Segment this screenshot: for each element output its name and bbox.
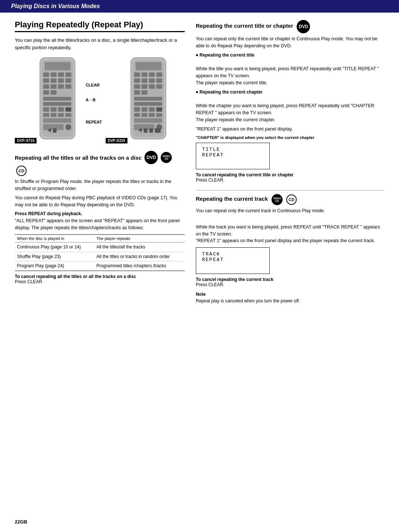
- clear-label: CLEAR: [86, 83, 102, 87]
- table-cell-disc: Shuffle Play (page 23): [15, 252, 94, 261]
- svg-rect-36: [141, 72, 147, 77]
- track-repeat-display: TRACK REPEAT: [196, 247, 270, 274]
- cancel-track-note: To cancel repeating the current track Pr…: [196, 277, 384, 287]
- svg-rect-7: [43, 78, 49, 83]
- svg-rect-50: [134, 102, 162, 106]
- svg-rect-35: [134, 72, 140, 77]
- current-track-heading: Repeating the current track: [196, 196, 268, 202]
- track-repeat-line2: REPEAT: [202, 257, 263, 262]
- svg-rect-9: [58, 78, 64, 83]
- current-track-cd-badge: CD: [286, 194, 297, 205]
- all-titles-warning: You cannot do Repeat Play during PBC pla…: [15, 194, 185, 209]
- title-repeat-display: TITLE REPEAT: [196, 143, 270, 169]
- left-remote-wrapper: DVP-S715: [15, 57, 81, 145]
- svg-rect-4: [51, 72, 57, 77]
- svg-rect-24: [51, 113, 57, 117]
- cd-badge: CD: [16, 166, 27, 176]
- svg-rect-2: [45, 62, 71, 70]
- page-number: 22GB: [15, 519, 27, 525]
- svg-rect-51: [134, 107, 140, 112]
- svg-rect-59: [134, 118, 162, 123]
- svg-rect-27: [43, 118, 71, 123]
- right-column: Repeating the current title or chapter D…: [196, 20, 384, 312]
- note-body: Repeat play is canceled when you turn th…: [196, 298, 300, 304]
- current-track-intro: You can repeat only the current track in…: [196, 207, 384, 214]
- ab-label: A→B: [86, 98, 102, 102]
- svg-rect-6: [65, 72, 71, 77]
- repeat-chapter-body: While the chapter you want is being play…: [196, 96, 384, 123]
- repeat-title-body: While the title you want is being played…: [196, 59, 384, 87]
- all-titles-text: Repeating all the titles or all the trac…: [15, 155, 141, 161]
- repeat-chapter-label: Repeating the current chapter: [196, 89, 384, 95]
- svg-rect-64: [149, 128, 153, 133]
- svg-rect-34: [136, 62, 161, 70]
- svg-rect-41: [149, 78, 155, 83]
- svg-rect-49: [134, 97, 162, 101]
- svg-rect-42: [156, 78, 162, 83]
- header-title: Playing Discs in Various Modes: [11, 3, 100, 9]
- svg-rect-47: [134, 90, 140, 95]
- press-heading: Press REPEAT during playback.: [15, 211, 185, 216]
- svg-rect-10: [65, 78, 71, 83]
- left-remote-svg: [38, 57, 81, 142]
- svg-rect-39: [134, 78, 140, 83]
- table-col1-header: When the disc is played in: [15, 234, 94, 242]
- cancel-all-action: Press CLEAR.: [15, 279, 43, 284]
- current-title-section: Repeating the current title or chapter D…: [196, 20, 384, 183]
- videocd-badge: VIDEOCD: [161, 152, 172, 163]
- table-row: Continuous Play (page 10 or 14)All the t…: [15, 242, 185, 252]
- left-remote-label: DVP-S715: [15, 138, 37, 143]
- svg-rect-16: [51, 90, 57, 95]
- svg-rect-14: [65, 84, 71, 89]
- table-col2-header: The player repeats: [94, 234, 185, 242]
- dvd-badge: DVD: [144, 151, 158, 164]
- cancel-track-label: To cancel repeating the current track: [196, 277, 273, 282]
- svg-rect-25: [58, 113, 64, 117]
- svg-rect-13: [58, 84, 64, 89]
- current-title-heading: Repeating the current title or chapter: [196, 23, 293, 29]
- table-cell-repeats: All the titles or tracks in random order: [94, 252, 185, 261]
- chapter-caption: "CHAPTER" is displayed when you select t…: [196, 135, 384, 140]
- right-remote-wrapper: DVP-S315: [106, 57, 171, 145]
- all-titles-intro: In Shuffle or Program Play mode, the pla…: [15, 178, 185, 192]
- svg-rect-3: [43, 72, 49, 77]
- table-cell-disc: Continuous Play (page 10 or 14): [15, 242, 94, 252]
- repeat-table: When the disc is played in The player re…: [15, 234, 185, 271]
- right-remote-label: DVP-S315: [106, 138, 127, 143]
- cancel-title-label: To cancel repeating the current title or…: [196, 172, 294, 177]
- current-title-intro: You can repeat only the current title or…: [196, 35, 384, 50]
- svg-rect-19: [43, 107, 49, 112]
- svg-rect-21: [58, 107, 64, 112]
- table-cell-disc: Program Play (page 24): [15, 261, 94, 271]
- repeat-title-label: Repeating the current title: [196, 52, 384, 58]
- left-column: Playing Repeatedly (Repeat Play) You can…: [15, 20, 185, 312]
- svg-rect-46: [156, 84, 162, 89]
- title-repeat-line1: TITLE: [202, 147, 263, 152]
- all-titles-heading: Repeating all the titles or all the trac…: [15, 151, 185, 176]
- current-track-videocd-badge: VIDEOCD: [272, 194, 283, 205]
- svg-rect-58: [156, 113, 162, 117]
- title-repeat-line2: REPEAT: [202, 152, 263, 158]
- svg-rect-40: [141, 78, 147, 83]
- cancel-all-label: To cancel repeating all the titles or al…: [15, 274, 136, 279]
- cancel-all-note: To cancel repeating all the titles or al…: [15, 274, 185, 284]
- svg-rect-37: [149, 72, 155, 77]
- cancel-title-note: To cancel repeating the current title or…: [196, 172, 384, 183]
- svg-rect-52: [141, 107, 147, 112]
- svg-rect-5: [58, 72, 64, 77]
- note-label: Note: [196, 292, 206, 297]
- header-bar: Playing Discs in Various Modes: [0, 0, 399, 13]
- svg-rect-23: [43, 113, 49, 117]
- cancel-title-action: Press CLEAR.: [196, 177, 224, 183]
- svg-rect-57: [149, 113, 155, 117]
- press-body: "ALL REPEAT" appears on the screen and "…: [15, 217, 185, 231]
- table-row: Program Play (page 24)Programmed titles …: [15, 261, 185, 271]
- remote-labels: CLEAR A→B REPEAT: [86, 75, 102, 124]
- svg-rect-31: [53, 128, 57, 133]
- section-title: Playing Repeatedly (Repeat Play): [15, 20, 185, 32]
- svg-rect-43: [134, 84, 140, 89]
- right-remote-svg: [129, 57, 171, 142]
- cancel-track-action: Press CLEAR.: [196, 282, 224, 287]
- svg-rect-12: [51, 84, 57, 89]
- svg-rect-53: [149, 107, 155, 112]
